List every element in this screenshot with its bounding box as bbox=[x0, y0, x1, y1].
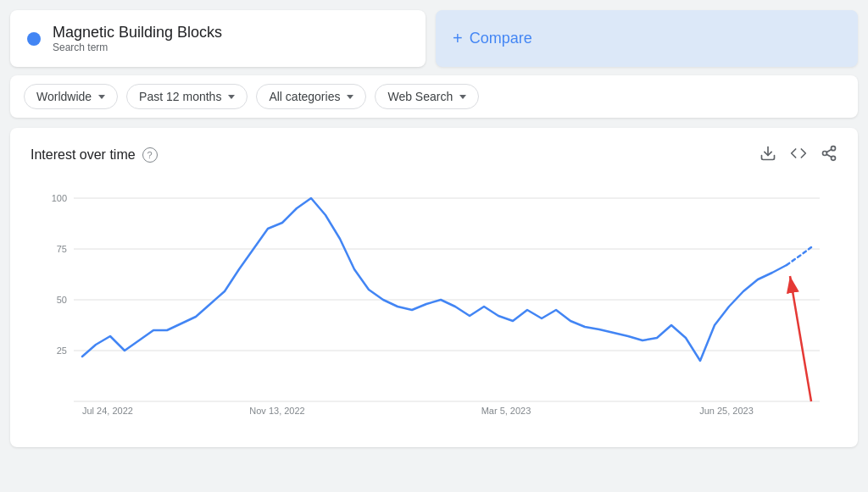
search-term-card: Magnetic Building Blocks Search term bbox=[10, 10, 426, 67]
search-type-filter-label: Web Search bbox=[387, 90, 453, 103]
chart-header: Interest over time ? bbox=[31, 145, 837, 164]
chart-title: Interest over time bbox=[31, 147, 136, 163]
trend-line-solid bbox=[82, 198, 787, 361]
help-icon[interactable]: ? bbox=[142, 147, 158, 163]
filter-row: Worldwide Past 12 months All categories … bbox=[10, 75, 858, 118]
category-chevron-icon bbox=[347, 95, 353, 99]
annotation-arrow bbox=[790, 276, 811, 401]
search-term-info: Magnetic Building Blocks Search term bbox=[53, 24, 222, 53]
svg-text:Nov 13, 2022: Nov 13, 2022 bbox=[249, 406, 304, 416]
download-icon[interactable] bbox=[760, 145, 776, 164]
search-type-filter[interactable]: Web Search bbox=[375, 84, 479, 109]
chart-area: 100 75 50 25 Jul 24, 2022 Nov 13, 2022 M… bbox=[31, 181, 837, 422]
svg-text:Jun 25, 2023: Jun 25, 2023 bbox=[699, 406, 754, 416]
chart-actions bbox=[760, 145, 837, 164]
region-filter[interactable]: Worldwide bbox=[24, 84, 118, 109]
search-term-type: Search term bbox=[53, 41, 222, 53]
svg-text:75: 75 bbox=[57, 244, 67, 254]
svg-line-4 bbox=[826, 154, 832, 157]
category-filter-label: All categories bbox=[269, 90, 340, 103]
search-term-name: Magnetic Building Blocks bbox=[53, 24, 222, 41]
svg-line-5 bbox=[826, 149, 832, 152]
trend-line-dotted bbox=[787, 247, 811, 265]
chart-title-row: Interest over time ? bbox=[31, 147, 158, 163]
svg-text:Jul 24, 2022: Jul 24, 2022 bbox=[82, 406, 133, 416]
svg-text:100: 100 bbox=[52, 193, 67, 203]
time-filter-label: Past 12 months bbox=[139, 90, 221, 103]
embed-icon[interactable] bbox=[790, 145, 807, 164]
region-filter-label: Worldwide bbox=[36, 90, 92, 103]
svg-text:Mar 5, 2023: Mar 5, 2023 bbox=[481, 406, 531, 416]
search-term-indicator bbox=[27, 32, 41, 46]
compare-label: Compare bbox=[470, 30, 532, 47]
svg-text:25: 25 bbox=[57, 346, 67, 356]
compare-plus-icon: + bbox=[453, 29, 463, 48]
category-filter[interactable]: All categories bbox=[256, 84, 366, 109]
share-icon[interactable] bbox=[821, 145, 837, 164]
search-type-chevron-icon bbox=[459, 95, 466, 99]
time-filter[interactable]: Past 12 months bbox=[126, 84, 248, 109]
time-chevron-icon bbox=[228, 95, 235, 99]
interest-over-time-chart: 100 75 50 25 Jul 24, 2022 Nov 13, 2022 M… bbox=[31, 181, 837, 418]
region-chevron-icon bbox=[98, 95, 105, 99]
compare-card[interactable]: + Compare bbox=[436, 10, 858, 67]
svg-text:50: 50 bbox=[57, 295, 67, 305]
chart-card: Interest over time ? bbox=[10, 128, 858, 447]
